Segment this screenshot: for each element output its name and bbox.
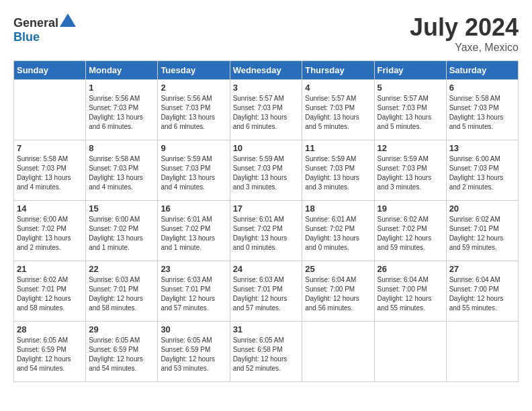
day-info: Sunrise: 5:57 AM Sunset: 7:03 PM Dayligh… [305, 94, 371, 132]
day-info: Sunrise: 6:05 AM Sunset: 6:59 PM Dayligh… [89, 336, 154, 373]
day-number: 19 [378, 203, 443, 214]
day-number: 15 [89, 203, 154, 214]
day-info: Sunrise: 6:03 AM Sunset: 7:01 PM Dayligh… [233, 275, 300, 313]
day-info: Sunrise: 5:59 AM Sunset: 7:03 PM Dayligh… [233, 154, 300, 192]
calendar-cell: 21Sunrise: 6:02 AM Sunset: 7:01 PM Dayli… [14, 261, 86, 322]
day-info: Sunrise: 5:57 AM Sunset: 7:03 PM Dayligh… [378, 94, 443, 132]
day-info: Sunrise: 6:03 AM Sunset: 7:01 PM Dayligh… [89, 275, 154, 313]
logo-general: General [13, 16, 58, 30]
calendar-cell: 3Sunrise: 5:57 AM Sunset: 7:03 PM Daylig… [230, 80, 302, 140]
day-info: Sunrise: 6:01 AM Sunset: 7:02 PM Dayligh… [233, 215, 300, 253]
calendar-cell: 16Sunrise: 6:01 AM Sunset: 7:02 PM Dayli… [158, 201, 230, 261]
day-number: 21 [17, 264, 83, 274]
calendar-cell: 23Sunrise: 6:03 AM Sunset: 7:01 PM Dayli… [158, 261, 230, 322]
calendar-cell: 12Sunrise: 5:59 AM Sunset: 7:03 PM Dayli… [374, 140, 446, 201]
day-info: Sunrise: 6:04 AM Sunset: 7:00 PM Dayligh… [449, 275, 515, 313]
logo-icon [60, 13, 76, 27]
calendar-cell: 7Sunrise: 5:58 AM Sunset: 7:03 PM Daylig… [14, 140, 86, 201]
day-info: Sunrise: 6:04 AM Sunset: 7:00 PM Dayligh… [378, 275, 443, 313]
day-info: Sunrise: 6:01 AM Sunset: 7:02 PM Dayligh… [305, 215, 371, 253]
day-number: 11 [305, 143, 371, 153]
day-info: Sunrise: 5:56 AM Sunset: 7:03 PM Dayligh… [161, 94, 226, 132]
logo-text: General Blue [13, 13, 77, 44]
day-number: 14 [17, 203, 83, 214]
day-info: Sunrise: 6:04 AM Sunset: 7:00 PM Dayligh… [305, 275, 371, 313]
calendar-cell: 14Sunrise: 6:00 AM Sunset: 7:02 PM Dayli… [14, 201, 86, 261]
weekday-header: Saturday [446, 61, 518, 80]
calendar-cell: 17Sunrise: 6:01 AM Sunset: 7:02 PM Dayli… [230, 201, 302, 261]
calendar-cell: 8Sunrise: 5:58 AM Sunset: 7:03 PM Daylig… [86, 140, 158, 201]
weekday-header: Wednesday [230, 61, 302, 80]
day-number: 17 [233, 203, 300, 214]
calendar-cell: 4Sunrise: 5:57 AM Sunset: 7:03 PM Daylig… [302, 80, 374, 140]
day-number: 13 [449, 143, 515, 153]
calendar-cell: 15Sunrise: 6:00 AM Sunset: 7:02 PM Dayli… [86, 201, 158, 261]
day-number: 2 [161, 83, 226, 93]
calendar-cell: 2Sunrise: 5:56 AM Sunset: 7:03 PM Daylig… [158, 80, 230, 140]
calendar-cell [14, 80, 86, 140]
calendar-week-row: 21Sunrise: 6:02 AM Sunset: 7:01 PM Dayli… [14, 261, 519, 322]
logo-blue: Blue [13, 30, 40, 44]
weekday-header: Tuesday [158, 61, 230, 80]
calendar-cell: 11Sunrise: 5:59 AM Sunset: 7:03 PM Dayli… [302, 140, 374, 201]
page-header: General Blue July 2024 Yaxe, Mexico [13, 13, 519, 54]
weekday-header: Sunday [14, 61, 86, 80]
calendar-cell: 28Sunrise: 6:05 AM Sunset: 6:59 PM Dayli… [14, 322, 86, 382]
day-number: 27 [449, 264, 515, 274]
calendar-cell: 19Sunrise: 6:02 AM Sunset: 7:02 PM Dayli… [374, 201, 446, 261]
day-number: 20 [449, 203, 515, 214]
calendar-cell [446, 322, 518, 382]
calendar-cell: 27Sunrise: 6:04 AM Sunset: 7:00 PM Dayli… [446, 261, 518, 322]
day-info: Sunrise: 6:02 AM Sunset: 7:02 PM Dayligh… [378, 215, 443, 253]
calendar-cell [374, 322, 446, 382]
day-info: Sunrise: 6:05 AM Sunset: 6:59 PM Dayligh… [17, 336, 83, 373]
day-number: 5 [378, 83, 443, 93]
day-number: 25 [305, 264, 371, 274]
calendar-cell: 18Sunrise: 6:01 AM Sunset: 7:02 PM Dayli… [302, 201, 374, 261]
calendar-cell: 31Sunrise: 6:05 AM Sunset: 6:58 PM Dayli… [230, 322, 302, 382]
day-number: 12 [378, 143, 443, 153]
day-number: 30 [161, 324, 226, 334]
logo: General Blue [13, 13, 77, 44]
calendar-cell: 5Sunrise: 5:57 AM Sunset: 7:03 PM Daylig… [374, 80, 446, 140]
weekday-header: Friday [374, 61, 446, 80]
weekday-header: Monday [86, 61, 158, 80]
calendar-cell: 10Sunrise: 5:59 AM Sunset: 7:03 PM Dayli… [230, 140, 302, 201]
calendar-cell: 24Sunrise: 6:03 AM Sunset: 7:01 PM Dayli… [230, 261, 302, 322]
day-info: Sunrise: 5:59 AM Sunset: 7:03 PM Dayligh… [378, 154, 443, 192]
calendar-cell: 13Sunrise: 6:00 AM Sunset: 7:03 PM Dayli… [446, 140, 518, 201]
calendar-cell: 30Sunrise: 6:05 AM Sunset: 6:59 PM Dayli… [158, 322, 230, 382]
day-number: 23 [161, 264, 226, 274]
day-info: Sunrise: 5:58 AM Sunset: 7:03 PM Dayligh… [17, 154, 83, 192]
calendar-cell: 6Sunrise: 5:58 AM Sunset: 7:03 PM Daylig… [446, 80, 518, 140]
weekday-header: Thursday [302, 61, 374, 80]
day-number: 22 [89, 264, 154, 274]
day-info: Sunrise: 6:05 AM Sunset: 6:59 PM Dayligh… [161, 336, 226, 373]
day-info: Sunrise: 5:58 AM Sunset: 7:03 PM Dayligh… [449, 94, 515, 132]
location-subtitle: Yaxe, Mexico [410, 42, 519, 54]
day-number: 10 [233, 143, 300, 153]
day-number: 1 [89, 83, 154, 93]
day-info: Sunrise: 6:03 AM Sunset: 7:01 PM Dayligh… [161, 275, 226, 313]
calendar-table: SundayMondayTuesdayWednesdayThursdayFrid… [13, 60, 519, 382]
day-number: 18 [305, 203, 371, 214]
day-number: 31 [233, 324, 300, 334]
calendar-week-row: 14Sunrise: 6:00 AM Sunset: 7:02 PM Dayli… [14, 201, 519, 261]
day-info: Sunrise: 6:05 AM Sunset: 6:58 PM Dayligh… [233, 336, 300, 373]
day-info: Sunrise: 5:59 AM Sunset: 7:03 PM Dayligh… [161, 154, 226, 192]
day-number: 8 [89, 143, 154, 153]
day-info: Sunrise: 6:02 AM Sunset: 7:01 PM Dayligh… [449, 215, 515, 253]
day-info: Sunrise: 6:00 AM Sunset: 7:03 PM Dayligh… [449, 154, 515, 192]
month-year-title: July 2024 [410, 13, 519, 42]
calendar-cell: 26Sunrise: 6:04 AM Sunset: 7:00 PM Dayli… [374, 261, 446, 322]
svg-marker-0 [60, 13, 76, 27]
day-info: Sunrise: 5:56 AM Sunset: 7:03 PM Dayligh… [89, 94, 154, 132]
calendar-cell: 20Sunrise: 6:02 AM Sunset: 7:01 PM Dayli… [446, 201, 518, 261]
day-info: Sunrise: 5:58 AM Sunset: 7:03 PM Dayligh… [89, 154, 154, 192]
calendar-cell: 22Sunrise: 6:03 AM Sunset: 7:01 PM Dayli… [86, 261, 158, 322]
calendar-cell: 1Sunrise: 5:56 AM Sunset: 7:03 PM Daylig… [86, 80, 158, 140]
day-info: Sunrise: 6:01 AM Sunset: 7:02 PM Dayligh… [161, 215, 226, 253]
day-number: 7 [17, 143, 83, 153]
day-info: Sunrise: 6:00 AM Sunset: 7:02 PM Dayligh… [89, 215, 154, 253]
day-number: 3 [233, 83, 300, 93]
